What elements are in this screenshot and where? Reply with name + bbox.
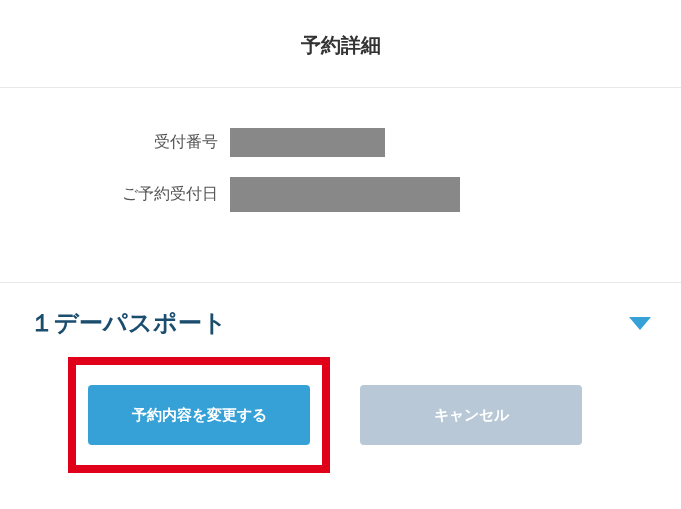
ticket-header[interactable]: １デーパスポート: [30, 307, 651, 339]
reception-date-value-redacted: [230, 177, 460, 212]
reception-number-label: 受付番号: [30, 132, 230, 153]
highlight-annotation: 予約内容を変更する: [68, 357, 330, 473]
reservation-details: 受付番号 ご予約受付日: [0, 88, 681, 283]
ticket-section: １デーパスポート 予約内容を変更する キャンセル: [0, 283, 681, 473]
reception-number-value-redacted: [230, 128, 385, 157]
reception-date-label: ご予約受付日: [30, 184, 230, 205]
page-title: 予約詳細: [0, 32, 681, 59]
page-header: 予約詳細: [0, 0, 681, 88]
chevron-down-icon: [629, 317, 651, 330]
ticket-actions: 予約内容を変更する キャンセル: [68, 357, 651, 473]
reception-number-row: 受付番号: [30, 128, 651, 157]
reception-date-row: ご予約受付日: [30, 177, 651, 212]
ticket-title: １デーパスポート: [30, 307, 227, 339]
cancel-button[interactable]: キャンセル: [360, 385, 582, 445]
change-reservation-button[interactable]: 予約内容を変更する: [88, 385, 310, 445]
